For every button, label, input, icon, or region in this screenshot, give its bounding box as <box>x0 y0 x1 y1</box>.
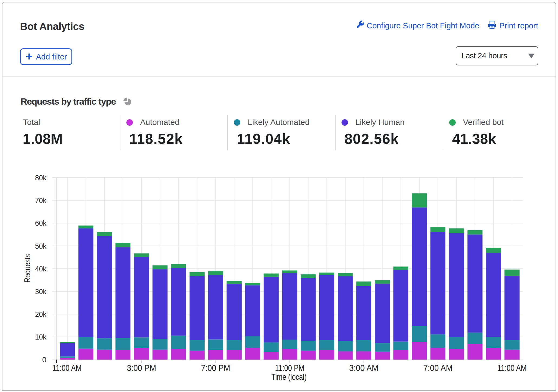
svg-text:40k: 40k <box>35 265 47 273</box>
svg-text:30k: 30k <box>35 287 47 296</box>
svg-text:3:00 AM: 3:00 AM <box>349 363 378 373</box>
svg-text:Time (local): Time (local) <box>271 372 307 382</box>
svg-text:11:00 AM: 11:00 AM <box>497 363 527 373</box>
svg-text:60k: 60k <box>35 219 47 227</box>
svg-text:80k: 80k <box>35 174 47 182</box>
svg-text:7:00 PM: 7:00 PM <box>201 363 230 373</box>
svg-text:11:00 PM: 11:00 PM <box>275 363 304 373</box>
svg-text:20k: 20k <box>35 310 47 318</box>
svg-text:0: 0 <box>42 356 47 364</box>
svg-text:10k: 10k <box>35 333 47 341</box>
svg-text:11:00 AM: 11:00 AM <box>52 363 82 373</box>
svg-text:Requests: Requests <box>23 254 32 283</box>
svg-text:50k: 50k <box>35 242 47 250</box>
svg-text:7:00 AM: 7:00 AM <box>423 363 452 373</box>
svg-text:70k: 70k <box>35 196 47 205</box>
svg-text:3:00 PM: 3:00 PM <box>127 363 156 373</box>
